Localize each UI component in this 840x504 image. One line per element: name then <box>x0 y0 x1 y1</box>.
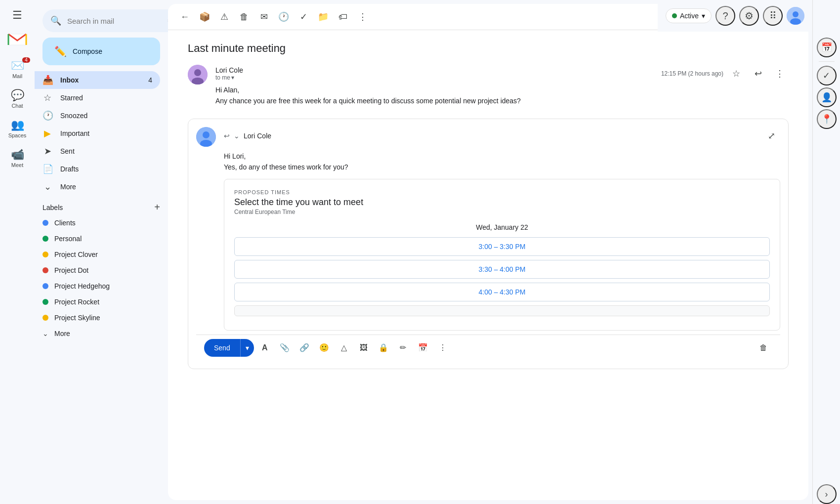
search-input[interactable] <box>67 17 161 25</box>
right-panel-contacts-button[interactable]: 👤 <box>817 87 837 107</box>
proposed-times-timezone: Central European Time <box>234 209 770 215</box>
sidebar: 🔍 ⚙ ✏️ Compose 📥 Inbox 4 ☆ Starred 🕐 Sno… <box>35 0 168 504</box>
time-slot-more[interactable] <box>234 305 770 316</box>
top-right-header: Active ▾ ? ⚙ ⠿ <box>658 0 812 32</box>
label-item-project-hedgehog[interactable]: Project Hedgehog <box>35 278 160 294</box>
right-panel-tasks-button[interactable]: ✓ <box>817 66 837 85</box>
compose-icon: ✏️ <box>54 45 67 57</box>
message-2-text: Hi Lori, Yes, do any of these times work… <box>224 151 780 173</box>
time-slot-2[interactable]: 3:30 – 4:00 PM <box>234 260 770 279</box>
sidebar-item-chat[interactable]: 💬 Chat <box>2 85 32 113</box>
reply-arrow-icon: ↩ <box>224 132 230 140</box>
compose-button[interactable]: ✏️ Compose <box>42 38 160 65</box>
label-item-clients[interactable]: Clients <box>35 215 160 231</box>
nav-item-important[interactable]: ▶ Important <box>35 125 160 142</box>
inbox-badge: 4 <box>148 76 152 84</box>
attach-file-button[interactable]: 📎 <box>276 339 294 357</box>
sender-avatar-1 <box>188 65 208 84</box>
right-panel-divider-1 <box>819 61 835 62</box>
inbox-label: Inbox <box>60 76 79 84</box>
active-status-dot <box>672 13 677 18</box>
snooze-button[interactable]: 🕐 <box>275 8 293 26</box>
discard-draft-button[interactable]: 🗑 <box>755 339 772 357</box>
right-panel-maps-button[interactable]: 📍 <box>817 109 837 129</box>
message-2-actions: ⤢ <box>762 127 780 145</box>
propose-time-button[interactable]: 📅 <box>414 339 432 357</box>
more-nav-icon: ⌄ <box>42 181 52 192</box>
labels-more-chevron: ⌄ <box>42 330 48 337</box>
settings-button[interactable]: ⚙ <box>739 6 759 26</box>
mark-unread-button[interactable]: ✉ <box>255 8 273 26</box>
move-to-button[interactable]: 📁 <box>314 8 332 26</box>
to-me-dropdown[interactable]: to me ▾ <box>215 74 243 81</box>
nav-item-inbox[interactable]: 📥 Inbox 4 <box>35 71 160 89</box>
project-skyline-label: Project Skyline <box>54 314 100 322</box>
format-text-button[interactable]: A <box>256 339 274 357</box>
sidebar-item-mail[interactable]: ✉️ Mail 4 <box>2 55 32 83</box>
add-label-button[interactable]: + <box>154 202 160 213</box>
nav-item-more[interactable]: ⌄ More <box>35 178 160 196</box>
chat-icon: 💬 <box>11 89 24 102</box>
message-2-reply-card: ↩ ⌄ Lori Cole ⤢ Hi Lori, Yes, do <box>188 119 789 369</box>
search-bar[interactable]: 🔍 ⚙ <box>42 9 168 32</box>
insert-link-button[interactable]: 🔗 <box>295 339 313 357</box>
label-item-project-skyline[interactable]: Project Skyline <box>35 310 160 326</box>
nav-item-snoozed[interactable]: 🕐 Snoozed <box>35 107 160 125</box>
open-reply-button[interactable]: ⤢ <box>762 127 780 145</box>
reply-message-1-button[interactable]: ↩ <box>749 65 767 83</box>
svg-point-1 <box>194 69 201 76</box>
message-1-body: Lori Cole to me ▾ 12:15 PM (2 hours ago)… <box>215 65 789 107</box>
hamburger-menu-button[interactable]: ☰ <box>2 5 32 26</box>
insert-drive-button[interactable]: △ <box>335 339 353 357</box>
insert-photo-button[interactable]: 🖼 <box>355 339 373 357</box>
chat-label: Chat <box>11 103 23 109</box>
sidebar-item-spaces[interactable]: 👥 Spaces <box>2 115 32 142</box>
label-item-project-dot[interactable]: Project Dot <box>35 262 160 278</box>
nav-item-drafts[interactable]: 📄 Drafts <box>35 160 160 178</box>
inbox-icon: 📥 <box>42 75 52 85</box>
left-icon-nav: ☰ ✉️ Mail 4 💬 Chat 👥 Spaces <box>0 0 35 504</box>
send-dropdown-button[interactable]: ▾ <box>240 339 254 357</box>
user-avatar[interactable] <box>787 7 804 25</box>
right-panel-calendar-button[interactable]: 📅 <box>817 38 837 57</box>
star-message-1-button[interactable]: ☆ <box>727 65 745 83</box>
confidential-mode-button[interactable]: 🔒 <box>375 339 392 357</box>
label-item-project-clover[interactable]: Project Clover <box>35 247 160 262</box>
help-button[interactable]: ? <box>715 6 735 26</box>
send-button-group: Send ▾ <box>204 339 254 357</box>
time-slot-1[interactable]: 3:00 – 3:30 PM <box>234 237 770 256</box>
delete-button[interactable]: 🗑 <box>235 8 253 26</box>
mail-icon: ✉️ <box>11 59 24 72</box>
active-status-button[interactable]: Active ▾ <box>666 8 712 23</box>
sidebar-item-meet[interactable]: 📹 Meet <box>2 144 32 172</box>
label-item-personal[interactable]: Personal <box>35 231 160 247</box>
label-item-project-rocket[interactable]: Project Rocket <box>35 294 160 310</box>
main-content: ← 📦 ⚠ 🗑 ✉ 🕐 ✓ 📁 🏷 ⋮ 1-16 of 16 ‹ › 🖨 ⤢ <box>168 0 812 504</box>
project-rocket-label: Project Rocket <box>54 298 99 306</box>
project-hedgehog-dot <box>42 283 48 289</box>
message-1-time: 12:15 PM (2 hours ago) ☆ ↩ ⋮ <box>661 65 789 83</box>
more-compose-options-button[interactable]: ⋮ <box>434 339 452 357</box>
nav-item-sent[interactable]: ➤ Sent <box>35 142 160 160</box>
starred-label: Starred <box>60 94 83 102</box>
send-main-button[interactable]: Send <box>204 339 240 357</box>
labels-more-label: More <box>54 330 70 337</box>
insert-emoji-button[interactable]: 🙂 <box>315 339 333 357</box>
label-button[interactable]: 🏷 <box>334 8 352 26</box>
svg-point-4 <box>203 131 210 138</box>
nav-item-starred[interactable]: ☆ Starred <box>35 89 160 107</box>
done-button[interactable]: ✓ <box>294 8 312 26</box>
spam-button[interactable]: ⚠ <box>215 8 233 26</box>
project-clover-dot <box>42 252 48 257</box>
apps-button[interactable]: ⠿ <box>763 6 783 26</box>
insert-signature-button[interactable]: ✏ <box>394 339 412 357</box>
more-email-options-button[interactable]: ⋮ <box>354 8 372 26</box>
archive-button[interactable]: 📦 <box>196 8 213 26</box>
active-status-label: Active <box>680 12 699 20</box>
right-panel-expand-button[interactable]: › <box>817 484 837 504</box>
more-message-1-button[interactable]: ⋮ <box>771 65 789 83</box>
time-slot-3[interactable]: 4:00 – 4:30 PM <box>234 283 770 301</box>
label-item-more-labels[interactable]: ⌄ More <box>35 326 160 341</box>
back-button[interactable]: ← <box>176 8 194 26</box>
starred-icon: ☆ <box>42 92 52 103</box>
